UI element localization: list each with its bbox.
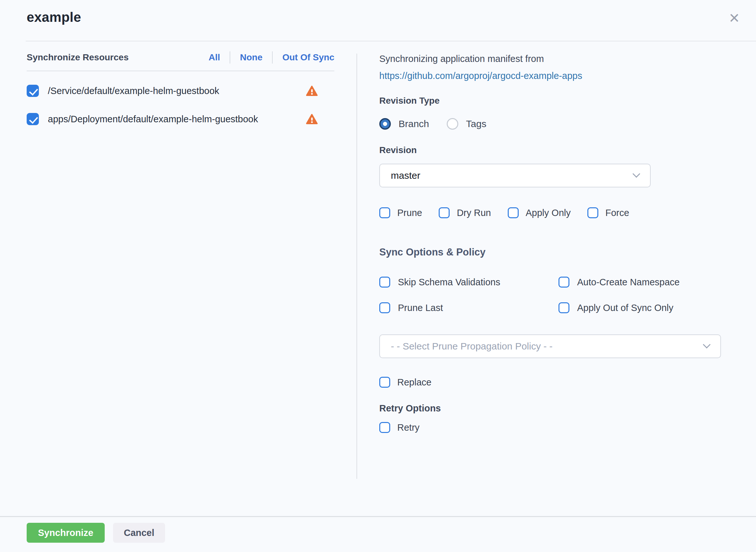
option-apply-out-of-sync-only[interactable]: Apply Out of Sync Only: [558, 302, 729, 313]
sync-options-heading: Sync Options & Policy: [379, 247, 729, 258]
radio-selected-icon[interactable]: [379, 118, 391, 130]
checkbox-icon[interactable]: [587, 207, 598, 218]
warning-triangle-icon: [306, 85, 318, 96]
option-auto-create-namespace[interactable]: Auto-Create Namespace: [558, 277, 729, 288]
resource-checkbox[interactable]: [27, 113, 39, 125]
revision-select[interactable]: master: [379, 164, 651, 187]
option-label: Apply Out of Sync Only: [577, 303, 673, 313]
filter-separator: [272, 51, 273, 63]
replace-label: Replace: [397, 377, 431, 388]
sync-settings-panel: Synchronizing application manifest from …: [379, 53, 729, 433]
checkbox-icon[interactable]: [379, 422, 390, 433]
flag-force[interactable]: Force: [587, 207, 629, 218]
filter-out-of-sync[interactable]: Out Of Sync: [282, 52, 334, 62]
resource-filters: All None Out Of Sync: [208, 51, 334, 63]
prune-policy-placeholder: - - Select Prune Propagation Policy - -: [391, 341, 553, 352]
close-icon[interactable]: ✕: [729, 12, 740, 25]
flag-prune-label: Prune: [397, 208, 422, 218]
manifest-repo-link[interactable]: https://github.com/argoproj/argocd-examp…: [379, 71, 729, 81]
title-divider: [26, 41, 756, 41]
retry-label: Retry: [397, 422, 419, 433]
checkbox-icon[interactable]: [379, 207, 390, 218]
resources-header: Synchronize Resources All None Out Of Sy…: [27, 51, 334, 71]
checkbox-icon[interactable]: [439, 207, 450, 218]
cancel-button[interactable]: Cancel: [113, 523, 165, 543]
flag-dry-run[interactable]: Dry Run: [439, 207, 491, 218]
radio-branch-label: Branch: [399, 118, 429, 129]
option-label: Prune Last: [398, 303, 443, 313]
filter-separator: [230, 51, 230, 63]
revision-type-options: Branch Tags: [379, 118, 729, 130]
column-divider: [356, 53, 357, 479]
flag-force-label: Force: [606, 208, 629, 218]
revision-select-value: master: [391, 170, 420, 181]
revision-label: Revision: [379, 145, 729, 155]
option-prune-last[interactable]: Prune Last: [379, 302, 558, 313]
filter-none[interactable]: None: [240, 52, 262, 62]
prune-propagation-policy-select[interactable]: - - Select Prune Propagation Policy - -: [379, 334, 721, 358]
option-skip-schema-validations[interactable]: Skip Schema Validations: [379, 277, 558, 288]
flag-apply-only-label: Apply Only: [526, 208, 571, 218]
resource-label: /Service/default/example-helm-guestbook: [48, 86, 219, 96]
resource-list: /Service/default/example-helm-guestbook …: [27, 85, 334, 125]
retry-options-heading: Retry Options: [379, 403, 729, 414]
filter-all[interactable]: All: [208, 52, 220, 62]
radio-branch[interactable]: Branch: [379, 118, 429, 130]
chevron-down-icon: [632, 170, 640, 177]
radio-unselected-icon[interactable]: [447, 118, 458, 130]
sync-options-grid: Skip Schema Validations Auto-Create Name…: [379, 277, 729, 313]
chevron-down-icon: [703, 340, 711, 348]
flag-prune[interactable]: Prune: [379, 207, 422, 218]
resources-heading: Synchronize Resources: [27, 52, 128, 62]
warning-triangle-icon: [306, 114, 318, 125]
option-retry[interactable]: Retry: [379, 422, 729, 433]
resources-panel: Synchronize Resources All None Out Of Sy…: [27, 51, 334, 125]
prune-policy-wrap: - - Select Prune Propagation Policy - -: [379, 334, 729, 358]
option-label: Auto-Create Namespace: [577, 277, 679, 288]
checkbox-icon[interactable]: [558, 302, 569, 313]
page-title: example: [27, 10, 81, 25]
resource-label: apps/Deployment/default/example-helm-gue…: [48, 114, 258, 125]
radio-tags-label: Tags: [466, 118, 486, 129]
radio-tags[interactable]: Tags: [447, 118, 486, 130]
resource-row: apps/Deployment/default/example-helm-gue…: [27, 113, 334, 125]
resource-checkbox[interactable]: [27, 85, 39, 97]
flag-apply-only[interactable]: Apply Only: [508, 207, 571, 218]
checkbox-icon[interactable]: [558, 277, 569, 288]
revision-type-label: Revision Type: [379, 96, 729, 106]
sync-modal: example ✕ Synchronize Resources All None…: [0, 0, 756, 552]
resource-row: /Service/default/example-helm-guestbook: [27, 85, 334, 97]
checkbox-icon[interactable]: [379, 277, 390, 288]
checkbox-icon[interactable]: [379, 302, 390, 313]
sync-flags: Prune Dry Run Apply Only Force: [379, 207, 729, 218]
checkbox-icon[interactable]: [508, 207, 519, 218]
option-label: Skip Schema Validations: [398, 277, 500, 288]
synchronize-button[interactable]: Synchronize: [27, 523, 105, 543]
flag-dry-run-label: Dry Run: [457, 208, 491, 218]
footer-divider: [0, 516, 756, 517]
option-replace[interactable]: Replace: [379, 377, 729, 388]
manifest-source-label: Synchronizing application manifest from: [379, 53, 729, 64]
checkbox-icon[interactable]: [379, 377, 390, 388]
